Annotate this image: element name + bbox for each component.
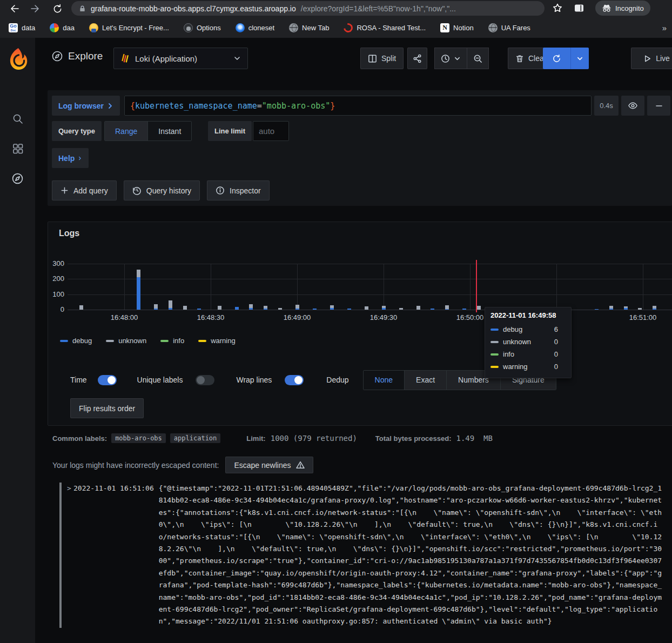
chart-legend: debugunknowninfowarning xyxy=(60,337,236,345)
info-circle-icon xyxy=(216,186,225,195)
live-button[interactable]: Live xyxy=(631,48,672,69)
bookmark-item[interactable]: data xyxy=(9,23,35,32)
query-type-option-range[interactable]: Range xyxy=(105,122,148,140)
cloneset-icon xyxy=(236,23,245,32)
gcloud-icon xyxy=(50,23,59,32)
bar-unknown xyxy=(169,300,172,308)
sidebar-item-explore[interactable] xyxy=(0,166,35,190)
escape-newlines-button[interactable]: Escape newlines xyxy=(225,457,313,473)
legend-label: unknown xyxy=(118,337,146,345)
legend-label: warning xyxy=(211,337,236,345)
url-bar[interactable]: grafana-route-mobb-aro-obs.apps.cl7cymgx… xyxy=(71,1,545,16)
run-query-button[interactable] xyxy=(543,48,571,69)
limit-value: 1000 (979 returned) xyxy=(271,434,357,443)
apps-grid-icon xyxy=(12,143,24,155)
bar-debug xyxy=(137,277,140,310)
flip-results-order-button[interactable]: Flip results order xyxy=(70,398,144,418)
bookmark-item[interactable]: ROSA - Shared Test... xyxy=(344,23,426,32)
incognito-label: Incognito xyxy=(615,4,644,12)
bookmark-item[interactable]: Options xyxy=(184,23,221,32)
bookmarks-overflow-chevron[interactable]: » xyxy=(662,23,667,32)
bar-debug xyxy=(445,309,449,310)
query-history-button[interactable]: Query history xyxy=(124,180,200,200)
share-button[interactable] xyxy=(407,48,427,69)
datasource-label: Loki (Application) xyxy=(135,54,197,63)
lock-icon xyxy=(79,5,86,12)
inspector-label: Inspector xyxy=(230,186,261,195)
bar-unknown xyxy=(416,306,420,310)
dedup-option-none[interactable]: None xyxy=(364,371,405,390)
github-icon xyxy=(184,23,193,32)
bar-unknown xyxy=(477,306,481,310)
sidebar-item-dashboards[interactable] xyxy=(0,137,35,160)
tooltip-rows: debug6unknown0info0warning0 xyxy=(490,323,566,373)
bookmark-star-button[interactable] xyxy=(552,3,563,14)
star-icon xyxy=(552,3,563,14)
help-button[interactable]: Help xyxy=(52,148,89,168)
run-query-interval-button[interactable] xyxy=(571,48,589,69)
bookmark-item[interactable]: Let's Encrypt - Free... xyxy=(89,23,169,32)
back-button[interactable] xyxy=(6,1,22,16)
total-bytes-label: Total bytes processed: xyxy=(375,434,452,443)
legend-item-info[interactable]: info xyxy=(160,337,184,345)
preview-toggle-button[interactable] xyxy=(621,96,644,116)
line-limit-input[interactable] xyxy=(253,121,289,141)
log-text: {"@timestamp":"2022-11-01T21:51:06.48940… xyxy=(159,483,666,628)
bookmark-item[interactable]: Notion xyxy=(440,23,474,32)
bookmark-item[interactable]: cloneset xyxy=(236,23,274,32)
query-type-option-instant[interactable]: Instant xyxy=(148,122,191,140)
bar-debug xyxy=(169,308,172,310)
bar-debug xyxy=(595,309,599,310)
log-browser-label: Log browser xyxy=(58,102,104,110)
split-button[interactable]: Split xyxy=(360,48,404,69)
grafana-logo[interactable] xyxy=(0,45,35,73)
bar-debug xyxy=(431,309,434,310)
live-label: Live xyxy=(656,54,670,63)
remove-query-button[interactable] xyxy=(647,96,670,116)
common-label-chip: mobb-aro-obs xyxy=(111,433,166,443)
warning-triangle-icon xyxy=(296,461,305,469)
bookmark-item[interactable]: UA Fares xyxy=(488,23,530,32)
y-axis-tick: 300 xyxy=(48,259,64,267)
bookmark-label: Notion xyxy=(453,24,474,32)
query-input[interactable]: {kubernetes_namespace_name="mobb-aro-obs… xyxy=(124,96,592,116)
bar-unknown xyxy=(330,305,334,309)
legend-item-warning[interactable]: warning xyxy=(198,337,236,345)
unique-labels-toggle[interactable] xyxy=(196,375,214,385)
log-expand-chevron[interactable]: > xyxy=(65,483,73,628)
datasource-picker[interactable]: Loki (Application) xyxy=(113,48,248,69)
log-browser-button[interactable]: Log browser xyxy=(52,96,120,116)
legend-marker xyxy=(198,340,206,342)
sidebar-item-search[interactable] xyxy=(0,107,35,131)
bar-unknown xyxy=(79,305,83,310)
query-token: kubernetes_namespace_name xyxy=(135,101,257,111)
add-query-button[interactable]: Add query xyxy=(52,180,117,200)
tooltip-row: warning0 xyxy=(490,360,566,373)
dedup-option-exact[interactable]: Exact xyxy=(405,371,447,390)
bar-unknown xyxy=(183,306,187,310)
browser-toolbar: grafana-route-mobb-aro-obs.apps.cl7cymgx… xyxy=(0,0,672,17)
forward-button[interactable] xyxy=(28,1,43,16)
inspector-button[interactable]: Inspector xyxy=(207,180,270,200)
time-picker-button[interactable] xyxy=(434,48,467,69)
bookmark-item[interactable]: daa xyxy=(50,23,75,32)
incognito-badge: Incognito xyxy=(595,1,650,16)
url-path: /explore?orgId=1&left=%5B"now-1h","now",… xyxy=(301,4,456,13)
bookmark-item[interactable]: New Tab xyxy=(289,23,329,32)
legend-marker xyxy=(106,340,114,342)
zoom-out-button[interactable] xyxy=(467,48,489,69)
help-label: Help xyxy=(58,154,75,163)
side-panel-button[interactable] xyxy=(574,3,584,14)
legend-item-unknown[interactable]: unknown xyxy=(106,337,146,345)
chevron-down-icon xyxy=(233,55,241,62)
bar-unknown xyxy=(638,308,642,310)
chevron-down-icon xyxy=(576,55,583,62)
plus-icon xyxy=(61,186,69,195)
logs-meta-row: Common labels: mobb-aro-obsapplication L… xyxy=(52,433,493,443)
query-token: } xyxy=(330,101,335,111)
x-axis-tick: 16:49:30 xyxy=(370,313,398,322)
time-toggle[interactable] xyxy=(98,375,117,385)
legend-item-debug[interactable]: debug xyxy=(60,337,92,345)
reload-button[interactable] xyxy=(50,1,65,16)
wrap-lines-toggle[interactable] xyxy=(285,375,304,385)
